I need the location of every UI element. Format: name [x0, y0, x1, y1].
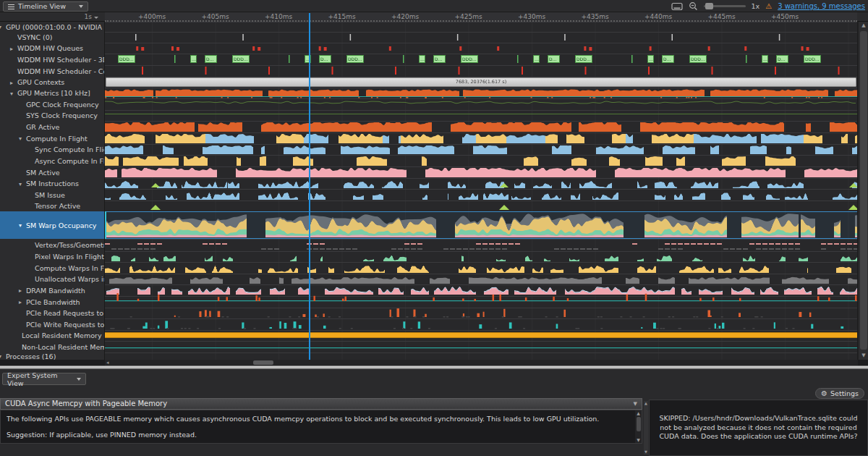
screenshot-icon[interactable] [671, 2, 683, 11]
issue-suggestion: Suggestion: If applicable, use PINNED me… [7, 431, 630, 439]
sidebar-item-gr-active[interactable]: GR Active [0, 121, 105, 132]
scroll-up-icon[interactable]: ▲ [859, 22, 868, 30]
ruler-tick-label: +420ms [391, 13, 419, 20]
sidebar-item-sm-instructions[interactable]: ▾SM Instructions [0, 178, 105, 189]
sidebar-item-compute-in-flight[interactable]: ▾Compute In Flight [0, 132, 105, 144]
chevron-right-icon[interactable]: ▸ [10, 79, 13, 85]
ruler-tick-label: +415ms [328, 13, 355, 20]
sidebar-item-pcie-write-requests-to-ba[interactable]: PCIe Write Requests to BA [0, 318, 105, 330]
sidebar-item-sm-warp-occupancy[interactable]: ▾SM Warp Occupancy [0, 211, 105, 239]
nsight-systems-window: Timeline View 1x ⚠ 3 warnings, 9 message… [0, 0, 868, 456]
sidebar-item-tensor-active[interactable]: Tensor Active [0, 200, 105, 211]
ruler-tick-label: +410ms [265, 13, 292, 20]
ruler-tick-label: +405ms [201, 13, 229, 20]
sidebar-item-gpu-metrics-10-khz[interactable]: ▾GPU Metrics [10 kHz] [0, 88, 105, 98]
sidebar-item-dram-bandwidth[interactable]: ▸DRAM Bandwidth [0, 284, 105, 296]
sidebar-item-gpc-clock-frequency[interactable]: GPC Clock Frequency [0, 98, 105, 110]
chevron-right-icon[interactable]: ▸ [19, 287, 22, 294]
vertical-scrollbar-thumb[interactable] [860, 31, 867, 350]
row-label: SM Issue [0, 191, 65, 199]
chevron-down-icon[interactable]: ▾ [19, 222, 22, 229]
scroll-left-icon[interactable]: ◂ [106, 360, 109, 366]
issue-scrollbar[interactable]: ▲ ▼ [635, 410, 642, 443]
chevron-down-icon [77, 378, 81, 381]
chevron-down-icon[interactable]: ▾ [19, 180, 22, 187]
expert-system-view-dropdown[interactable]: Expert System View [2, 373, 86, 385]
row-label: SYS Clock Frequency [0, 111, 98, 119]
sidebar-item-vertex-tess-geometry-w[interactable]: Vertex/Tess/Geometry W [0, 239, 105, 251]
row-label: Compute In Flight [0, 135, 88, 143]
ruler-tick-label: +430ms [518, 13, 545, 20]
sidebar-item-local-resident-memory-cap[interactable]: Local Resident Memory (Cap [0, 330, 105, 341]
sidebar-item-vsync-0[interactable]: VSYNC (0) [0, 32, 105, 43]
row-label: Compute Warps In Flight [0, 264, 105, 272]
horizontal-scrollbar[interactable]: ◂ [105, 360, 858, 366]
ruler-tick-label: +440ms [644, 13, 672, 20]
skipped-scrollbar[interactable]: ▲ ▼ [644, 401, 648, 455]
vertical-scrollbar[interactable]: ▲ ▼ [858, 22, 868, 360]
sidebar-item-sys-clock-frequency[interactable]: SYS Clock Frequency [0, 110, 105, 121]
settings-button[interactable]: ⚙ Settings [815, 388, 864, 399]
issue-scrollbar-thumb[interactable] [637, 417, 641, 431]
sidebar-item-wddm-hw-scheduler-3d[interactable]: WDDM HW Scheduler - 3D [0, 54, 105, 65]
sidebar-item-compute-warps-in-flight[interactable]: Compute Warps In Flight [0, 262, 105, 274]
sidebar-item-async-compute-in-flight[interactable]: Async Compute In Flight [0, 155, 105, 166]
scroll-down-icon[interactable]: ▼ [644, 449, 648, 455]
sidebar-item-unallocated-warps-in-act[interactable]: Unallocated Warps in Act [0, 274, 105, 284]
issue-title-bar[interactable]: CUDA Async Memcpy with Pageable Memory ▼ [0, 398, 642, 410]
row-label: Local Resident Memory (Cap [0, 332, 105, 339]
row-label: GPC Clock Frequency [0, 101, 99, 109]
issue-body: The following APIs use PAGEABLE memory w… [0, 410, 642, 444]
time-ruler[interactable]: +400ms+405ms+410ms+415ms+420ms+425ms+430… [105, 12, 857, 22]
warning-triangle-icon: ⚠ [765, 2, 772, 10]
sidebar-item-processes-16[interactable]: ▾Processes (16) [0, 352, 105, 360]
timeline-canvas[interactable] [105, 22, 857, 360]
chevron-down-icon[interactable]: ▾ [0, 353, 1, 360]
sidebar-item-gpu-contexts[interactable]: ▸GPU Contexts [0, 77, 105, 88]
scroll-up-icon[interactable]: ▲ [635, 410, 642, 416]
selected-row-border [105, 211, 857, 212]
chevron-down-icon[interactable]: ▾ [19, 135, 22, 142]
issue-description: The following APIs use PAGEABLE memory w… [7, 415, 630, 423]
sidebar-item-sm-active[interactable]: SM Active [0, 166, 105, 178]
chevron-down-icon[interactable]: ▾ [0, 24, 1, 30]
chevron-right-icon[interactable]: ▸ [19, 299, 22, 305]
skipped-message: SKIPPED: /Users/hndr/Downloads/VulkanTra… [657, 414, 861, 442]
row-label: GR Active [0, 123, 59, 131]
selected-row-border [105, 238, 857, 239]
row-label: Sync Compute In Flight [0, 145, 105, 153]
zoom-out-icon[interactable] [689, 1, 698, 11]
row-label: Non-Local Resident Memory [0, 343, 105, 351]
ruler-strip: 1s +400ms+405ms+410ms+415ms+420ms+425ms+… [0, 12, 868, 22]
ruler-tick-label: +435ms [581, 13, 608, 20]
scroll-down-icon[interactable]: ▼ [635, 437, 642, 443]
chevron-down-icon[interactable]: ▾ [10, 90, 13, 96]
sidebar-item-wddm-hw-scheduler-cop[interactable]: WDDM HW Scheduler - Cop [0, 65, 105, 77]
ruler-tick-label: +450ms [771, 13, 799, 20]
sidebar-item-pixel-warps-in-flight[interactable]: Pixel Warps In Flight [0, 251, 105, 262]
sidebar-item-non-local-resident-memory[interactable]: Non-Local Resident Memory [0, 341, 105, 352]
gpu-context-range-bar[interactable]: 7683, 20376(1.617 s) [106, 77, 856, 87]
ruler-tick-label: +425ms [454, 13, 482, 20]
sidebar-item-pcie-bandwidth[interactable]: ▸PCIe Bandwidth [0, 296, 105, 308]
sidebar-item-sm-issue[interactable]: SM Issue [0, 189, 105, 200]
zoom-slider[interactable] [704, 5, 746, 7]
sidebar-item-pcie-read-requests-to-ba[interactable]: PCIe Read Requests to BA [0, 308, 105, 318]
chevron-right-icon[interactable]: ▸ [10, 45, 13, 51]
sidebar-item-wddm-hw-queues[interactable]: ▸WDDM HW Queues [0, 43, 105, 54]
issue-title: CUDA Async Memcpy with Pageable Memory [5, 400, 167, 408]
timeline-view-dropdown[interactable]: Timeline View [3, 1, 88, 12]
timeline-cursor[interactable] [309, 13, 310, 360]
row-label: PCIe Bandwidth [0, 298, 80, 306]
zoom-slider-handle[interactable] [705, 3, 713, 9]
warnings-messages-link[interactable]: 3 warnings, 9 messages [778, 2, 865, 10]
sidebar-item-sync-compute-in-flight[interactable]: Sync Compute In Flight [0, 144, 105, 155]
scroll-down-icon[interactable]: ▼ [859, 352, 868, 360]
horizontal-scrollbar-thumb[interactable] [253, 360, 273, 365]
ruler-origin[interactable]: 1s [75, 13, 98, 20]
row-label: VSYNC (0) [0, 33, 53, 41]
row-label: WDDM HW Scheduler - 3D [0, 56, 105, 64]
row-label: Pixel Warps In Flight [0, 253, 104, 261]
sidebar-item-gpu-0000-01-00-0-nvidia[interactable]: ▾GPU (0000:01:00.0 - NVIDIA ( [0, 22, 105, 32]
scroll-up-icon[interactable]: ▲ [644, 401, 648, 406]
